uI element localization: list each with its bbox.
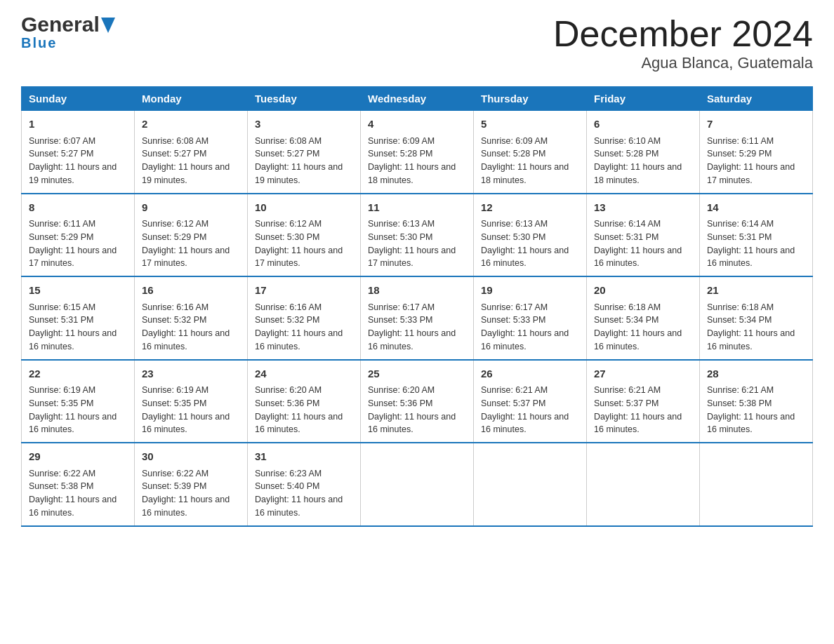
sunrise-text: Sunrise: 6:10 AM bbox=[594, 136, 661, 146]
sunrise-text: Sunrise: 6:13 AM bbox=[368, 219, 435, 229]
sunset-text: Sunset: 5:29 PM bbox=[707, 149, 772, 159]
logo: General Blue bbox=[21, 14, 115, 51]
sunrise-text: Sunrise: 6:09 AM bbox=[368, 136, 435, 146]
daylight-text: Daylight: 11 hours and 17 minutes. bbox=[255, 246, 343, 269]
calendar-cell: 23Sunrise: 6:19 AMSunset: 5:35 PMDayligh… bbox=[135, 360, 248, 443]
calendar-header-monday: Monday bbox=[135, 87, 248, 111]
sunrise-text: Sunrise: 6:09 AM bbox=[481, 136, 548, 146]
sunrise-text: Sunrise: 6:18 AM bbox=[594, 302, 661, 312]
daylight-text: Daylight: 11 hours and 17 minutes. bbox=[707, 162, 795, 185]
calendar-cell: 30Sunrise: 6:22 AMSunset: 5:39 PMDayligh… bbox=[135, 443, 248, 526]
daylight-text: Daylight: 11 hours and 17 minutes. bbox=[142, 246, 230, 269]
daylight-text: Daylight: 11 hours and 16 minutes. bbox=[368, 328, 456, 351]
day-number: 4 bbox=[368, 116, 466, 133]
location-title: Agua Blanca, Guatemala bbox=[553, 54, 813, 72]
sunset-text: Sunset: 5:38 PM bbox=[29, 481, 93, 491]
day-number: 19 bbox=[481, 283, 579, 299]
calendar-cell: 9Sunrise: 6:12 AMSunset: 5:29 PMDaylight… bbox=[135, 194, 248, 277]
sunset-text: Sunset: 5:27 PM bbox=[29, 149, 93, 159]
calendar-cell: 2Sunrise: 6:08 AMSunset: 5:27 PMDaylight… bbox=[135, 111, 248, 194]
day-number: 21 bbox=[707, 283, 805, 299]
sunset-text: Sunset: 5:31 PM bbox=[594, 232, 658, 242]
day-number: 12 bbox=[481, 200, 579, 216]
calendar-cell: 10Sunrise: 6:12 AMSunset: 5:30 PMDayligh… bbox=[248, 194, 361, 277]
daylight-text: Daylight: 11 hours and 16 minutes. bbox=[255, 495, 343, 518]
calendar-body: 1Sunrise: 6:07 AMSunset: 5:27 PMDaylight… bbox=[22, 111, 813, 526]
daylight-text: Daylight: 11 hours and 16 minutes. bbox=[594, 328, 682, 351]
sunset-text: Sunset: 5:31 PM bbox=[29, 315, 93, 325]
sunrise-text: Sunrise: 6:16 AM bbox=[255, 302, 322, 312]
calendar-cell bbox=[361, 443, 474, 526]
day-number: 13 bbox=[594, 200, 692, 216]
sunrise-text: Sunrise: 6:22 AM bbox=[29, 469, 95, 478]
calendar-cell: 12Sunrise: 6:13 AMSunset: 5:30 PMDayligh… bbox=[474, 194, 587, 277]
daylight-text: Daylight: 11 hours and 16 minutes. bbox=[481, 412, 569, 435]
sunrise-text: Sunrise: 6:07 AM bbox=[29, 136, 95, 146]
calendar-week-row: 8Sunrise: 6:11 AMSunset: 5:29 PMDaylight… bbox=[22, 194, 813, 277]
calendar-cell bbox=[587, 443, 700, 526]
calendar-cell: 18Sunrise: 6:17 AMSunset: 5:33 PMDayligh… bbox=[361, 276, 474, 360]
calendar-cell: 3Sunrise: 6:08 AMSunset: 5:27 PMDaylight… bbox=[248, 111, 361, 194]
day-number: 10 bbox=[255, 200, 353, 216]
calendar-cell: 11Sunrise: 6:13 AMSunset: 5:30 PMDayligh… bbox=[361, 194, 474, 277]
daylight-text: Daylight: 11 hours and 16 minutes. bbox=[142, 328, 230, 351]
sunset-text: Sunset: 5:28 PM bbox=[594, 149, 658, 159]
sunset-text: Sunset: 5:40 PM bbox=[255, 481, 319, 491]
sunset-text: Sunset: 5:28 PM bbox=[481, 149, 545, 159]
sunset-text: Sunset: 5:39 PM bbox=[142, 481, 206, 491]
sunset-text: Sunset: 5:34 PM bbox=[594, 315, 658, 325]
calendar-cell: 22Sunrise: 6:19 AMSunset: 5:35 PMDayligh… bbox=[22, 360, 135, 443]
sunrise-text: Sunrise: 6:21 AM bbox=[707, 385, 774, 395]
sunrise-text: Sunrise: 6:12 AM bbox=[255, 219, 322, 229]
sunrise-text: Sunrise: 6:20 AM bbox=[368, 385, 435, 395]
day-number: 2 bbox=[142, 116, 240, 133]
daylight-text: Daylight: 11 hours and 18 minutes. bbox=[368, 162, 456, 185]
calendar-cell: 8Sunrise: 6:11 AMSunset: 5:29 PMDaylight… bbox=[22, 194, 135, 277]
calendar-week-row: 22Sunrise: 6:19 AMSunset: 5:35 PMDayligh… bbox=[22, 360, 813, 443]
calendar-cell: 5Sunrise: 6:09 AMSunset: 5:28 PMDaylight… bbox=[474, 111, 587, 194]
sunset-text: Sunset: 5:27 PM bbox=[255, 149, 319, 159]
calendar-header-tuesday: Tuesday bbox=[248, 87, 361, 111]
calendar-header-row: SundayMondayTuesdayWednesdayThursdayFrid… bbox=[22, 87, 813, 111]
sunset-text: Sunset: 5:35 PM bbox=[29, 398, 93, 408]
sunrise-text: Sunrise: 6:20 AM bbox=[255, 385, 322, 395]
sunrise-text: Sunrise: 6:16 AM bbox=[142, 302, 208, 312]
daylight-text: Daylight: 11 hours and 17 minutes. bbox=[368, 246, 456, 269]
day-number: 11 bbox=[368, 200, 466, 216]
calendar-cell: 15Sunrise: 6:15 AMSunset: 5:31 PMDayligh… bbox=[22, 276, 135, 360]
calendar-cell: 19Sunrise: 6:17 AMSunset: 5:33 PMDayligh… bbox=[474, 276, 587, 360]
sunset-text: Sunset: 5:32 PM bbox=[142, 315, 206, 325]
calendar-cell: 7Sunrise: 6:11 AMSunset: 5:29 PMDaylight… bbox=[700, 111, 813, 194]
calendar-week-row: 15Sunrise: 6:15 AMSunset: 5:31 PMDayligh… bbox=[22, 276, 813, 360]
day-number: 24 bbox=[255, 366, 353, 382]
sunrise-text: Sunrise: 6:11 AM bbox=[707, 136, 774, 146]
calendar-cell bbox=[700, 443, 813, 526]
calendar-header-sunday: Sunday bbox=[22, 87, 135, 111]
daylight-text: Daylight: 11 hours and 16 minutes. bbox=[481, 328, 569, 351]
sunset-text: Sunset: 5:36 PM bbox=[255, 398, 319, 408]
day-number: 27 bbox=[594, 366, 692, 382]
day-number: 29 bbox=[29, 449, 127, 465]
daylight-text: Daylight: 11 hours and 16 minutes. bbox=[142, 412, 230, 435]
daylight-text: Daylight: 11 hours and 17 minutes. bbox=[29, 246, 117, 269]
calendar-header-wednesday: Wednesday bbox=[361, 87, 474, 111]
day-number: 15 bbox=[29, 283, 127, 299]
daylight-text: Daylight: 11 hours and 16 minutes. bbox=[29, 328, 117, 351]
daylight-text: Daylight: 11 hours and 16 minutes. bbox=[29, 495, 117, 518]
sunset-text: Sunset: 5:27 PM bbox=[142, 149, 206, 159]
calendar-cell: 21Sunrise: 6:18 AMSunset: 5:34 PMDayligh… bbox=[700, 276, 813, 360]
day-number: 7 bbox=[707, 116, 805, 133]
month-title: December 2024 bbox=[553, 14, 813, 54]
calendar-week-row: 29Sunrise: 6:22 AMSunset: 5:38 PMDayligh… bbox=[22, 443, 813, 526]
sunrise-text: Sunrise: 6:11 AM bbox=[29, 219, 95, 229]
sunset-text: Sunset: 5:38 PM bbox=[707, 398, 772, 408]
daylight-text: Daylight: 11 hours and 16 minutes. bbox=[142, 495, 230, 518]
sunset-text: Sunset: 5:29 PM bbox=[142, 232, 206, 242]
daylight-text: Daylight: 11 hours and 18 minutes. bbox=[594, 162, 682, 185]
day-number: 6 bbox=[594, 116, 692, 133]
calendar-cell: 20Sunrise: 6:18 AMSunset: 5:34 PMDayligh… bbox=[587, 276, 700, 360]
sunset-text: Sunset: 5:32 PM bbox=[255, 315, 319, 325]
sunrise-text: Sunrise: 6:21 AM bbox=[594, 385, 661, 395]
calendar-cell: 4Sunrise: 6:09 AMSunset: 5:28 PMDaylight… bbox=[361, 111, 474, 194]
calendar-table: SundayMondayTuesdayWednesdayThursdayFrid… bbox=[21, 86, 813, 527]
